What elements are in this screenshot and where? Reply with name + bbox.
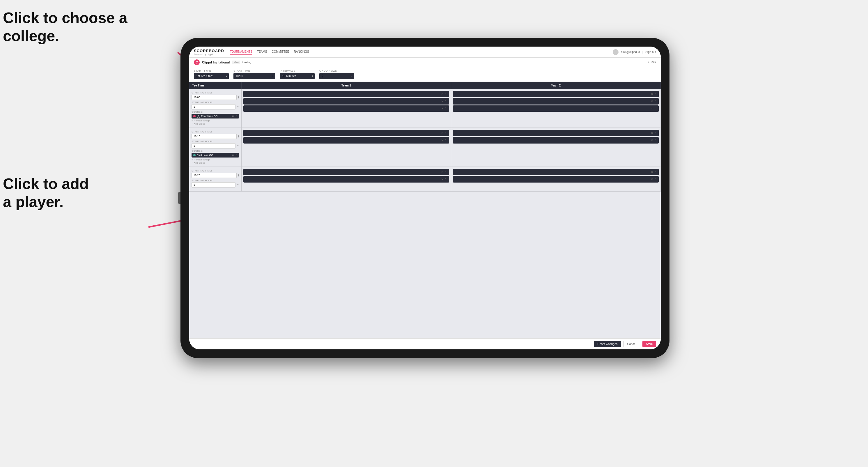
- player-slot-2-1-1[interactable]: ✕⌃: [243, 130, 449, 136]
- group-left-1: STARTING TIME: ℹ STARTING HOLE: ⌃ COURSE…: [189, 89, 242, 127]
- nav-teams[interactable]: TEAMS: [257, 49, 267, 55]
- intervals-info-icon: ℹ: [312, 75, 313, 78]
- back-button[interactable]: ‹ Back: [648, 61, 656, 64]
- group-size-wrapper: 3 ▾: [319, 73, 354, 79]
- starting-hole-label-2: STARTING HOLE:: [191, 140, 239, 143]
- slot-expand-icon-1-1-3[interactable]: ⌃: [444, 107, 447, 110]
- table-container[interactable]: Tee Time Team 1 Team 2 STARTING TIME: ℹ …: [189, 82, 661, 338]
- player-slot-3-1-1[interactable]: ✕⌃: [243, 169, 449, 175]
- slot-x-icon-1-2-2[interactable]: ✕: [651, 100, 653, 103]
- slot-e-2-1-1[interactable]: ⌃: [444, 132, 447, 134]
- brand-sub: Powered by clippd: [194, 53, 224, 56]
- start-type-select[interactable]: 1st Tee Start: [194, 73, 229, 79]
- starting-time-row-2: ℹ: [191, 134, 239, 139]
- remove-group-1[interactable]: ○ Remove Group: [191, 119, 239, 122]
- player-slot-1-2-3[interactable]: ✕ ⌃: [453, 105, 659, 112]
- group-team2-3: ✕⌃ ✕⌃: [451, 167, 661, 191]
- slot-e-3-2-2[interactable]: ⌃: [654, 178, 656, 181]
- player-slot-1-1-1[interactable]: ✕ ⌃: [243, 91, 449, 97]
- starting-hole-input-3[interactable]: [191, 182, 236, 187]
- reset-button[interactable]: Reset Changes: [594, 341, 621, 347]
- player-slot-2-2-2[interactable]: ✕⌃: [453, 137, 659, 144]
- starting-hole-row-3: ⌃: [191, 182, 239, 187]
- remove-group-2[interactable]: ○ Remove Group: [191, 158, 239, 161]
- starting-time-input-2[interactable]: [191, 134, 237, 139]
- player-slot-1-2-2[interactable]: ✕ ⌃: [453, 98, 659, 104]
- group-left-2: STARTING TIME: ℹ STARTING HOLE: ⌃ COURSE…: [189, 128, 242, 166]
- course-remove-icon-2[interactable]: ✕: [232, 154, 234, 157]
- start-time-label: Start Time: [234, 69, 275, 72]
- player-slot-1-1-2[interactable]: ✕ ⌃: [243, 98, 449, 104]
- player-slot-3-2-1[interactable]: ✕⌃: [453, 169, 659, 175]
- starting-hole-input-1[interactable]: [191, 104, 236, 110]
- group-size-select[interactable]: 3: [319, 73, 354, 79]
- slot-x-icon-1-1-1[interactable]: ✕: [441, 93, 444, 95]
- add-group-icon-2: +: [191, 162, 193, 164]
- course-row-1[interactable]: (A) Peachtree GC ✕ ⌃: [191, 114, 239, 119]
- sub-header-left: C Clippd Invitational Men Hosting: [194, 59, 251, 65]
- slot-x-3-1-1[interactable]: ✕: [441, 170, 444, 174]
- starting-time-input-1[interactable]: [191, 95, 237, 100]
- slot-x-icon-1-2-1[interactable]: ✕: [651, 93, 653, 95]
- intervals-wrapper: 10 Minutes ℹ: [280, 73, 315, 79]
- slot-x-3-2-1[interactable]: ✕: [651, 170, 653, 174]
- add-group-2[interactable]: + Add Group: [191, 162, 239, 164]
- course-remove-icon-1[interactable]: ✕: [232, 115, 234, 118]
- slot-x-2-2-2[interactable]: ✕: [651, 139, 653, 142]
- course-row-2[interactable]: East Lake GC ✕ ⌃: [191, 153, 239, 157]
- player-slot-2-2-1[interactable]: ✕⌃: [453, 130, 659, 136]
- player-slot-2-1-2[interactable]: ✕⌃: [243, 137, 449, 144]
- col-team1: Team 1: [242, 82, 451, 89]
- slot-x-2-1-1[interactable]: ✕: [441, 132, 444, 134]
- starting-hole-row-2: ⌃: [191, 143, 239, 149]
- course-name-1: (A) Peachtree GC: [197, 115, 218, 118]
- slot-expand-icon-1-1-1[interactable]: ⌃: [444, 93, 447, 95]
- slot-e-3-2-1[interactable]: ⌃: [654, 170, 656, 174]
- slot-e-3-1-1[interactable]: ⌃: [444, 170, 447, 174]
- slot-x-icon-1-1-2[interactable]: ✕: [441, 100, 444, 103]
- course-expand-icon-2[interactable]: ⌃: [235, 154, 237, 157]
- slot-x-3-2-2[interactable]: ✕: [651, 178, 653, 181]
- course-expand-icon-1[interactable]: ⌃: [235, 115, 237, 118]
- nav-rankings[interactable]: RANKINGS: [294, 49, 309, 55]
- slot-e-3-1-2[interactable]: ⌃: [444, 178, 447, 181]
- intervals-select[interactable]: 10 Minutes: [280, 73, 315, 79]
- slot-x-2-2-1[interactable]: ✕: [651, 132, 653, 134]
- add-group-1[interactable]: + Add Group: [191, 123, 239, 125]
- player-slot-3-1-2[interactable]: ✕⌃: [243, 176, 449, 183]
- start-time-input[interactable]: [234, 73, 275, 79]
- slot-e-2-1-2[interactable]: ⌃: [444, 139, 447, 142]
- brand-name: SCOREBOARD: [194, 49, 224, 53]
- save-button[interactable]: Save: [643, 341, 656, 347]
- start-type-label: Start Type: [194, 69, 229, 72]
- slot-expand-icon-1-2-3[interactable]: ⌃: [654, 107, 656, 110]
- course-dot-2: [193, 154, 196, 156]
- hole-chevron-icon-1[interactable]: ⌃: [237, 105, 239, 108]
- starting-hole-input-2[interactable]: [191, 143, 236, 149]
- nav-tournaments[interactable]: TOURNAMENTS: [230, 49, 252, 55]
- nav-committee[interactable]: COMMITTEE: [272, 49, 289, 55]
- starting-time-input-3[interactable]: [191, 173, 237, 178]
- remove-group-icon-2: ○: [191, 158, 193, 161]
- sub-header: C Clippd Invitational Men Hosting ‹ Back: [189, 58, 661, 67]
- slot-expand-icon-1-1-2[interactable]: ⌃: [444, 100, 447, 103]
- slot-x-icon-1-1-3[interactable]: ✕: [441, 107, 444, 110]
- slot-e-2-2-2[interactable]: ⌃: [654, 139, 656, 142]
- slot-x-3-1-2[interactable]: ✕: [441, 178, 444, 181]
- slot-x-2-1-2[interactable]: ✕: [441, 139, 444, 142]
- sign-out-link[interactable]: Sign out: [645, 50, 656, 54]
- player-slot-1-2-1[interactable]: ✕ ⌃: [453, 91, 659, 97]
- time-info-icon-1: ℹ: [238, 96, 239, 99]
- slot-expand-icon-1-2-1[interactable]: ⌃: [654, 93, 656, 95]
- slot-e-2-2-1[interactable]: ⌃: [654, 132, 656, 134]
- slot-expand-icon-1-2-2[interactable]: ⌃: [654, 100, 656, 103]
- player-slot-3-2-2[interactable]: ✕⌃: [453, 176, 659, 183]
- start-time-wrapper: ℹ: [234, 73, 275, 79]
- hole-chevron-icon-3[interactable]: ⌃: [237, 183, 239, 187]
- slot-x-icon-1-2-3[interactable]: ✕: [651, 107, 653, 110]
- hole-chevron-icon-2[interactable]: ⌃: [237, 145, 239, 148]
- remove-group-icon-1: ○: [191, 119, 193, 122]
- cancel-button[interactable]: Cancel: [623, 341, 640, 347]
- player-slot-1-1-3[interactable]: ✕ ⌃: [243, 105, 449, 112]
- app-container: SCOREBOARD Powered by clippd TOURNAMENTS…: [189, 46, 661, 349]
